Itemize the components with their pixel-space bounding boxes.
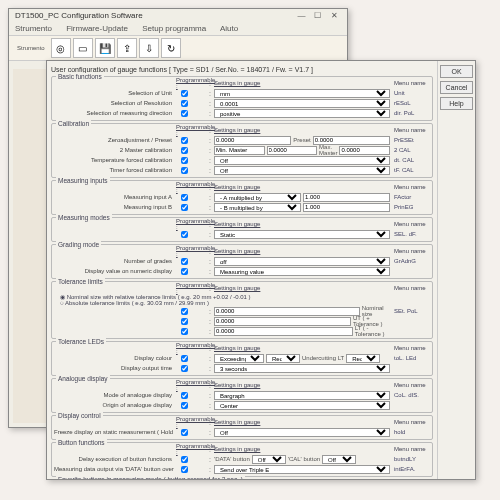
row: Display colour:Exceeding UTRedUndercutti…	[54, 353, 430, 363]
row-label: Delay execution of button functions	[54, 456, 174, 462]
value-select[interactable]: Off	[214, 156, 390, 165]
window-controls: — ☐ ✕	[295, 11, 341, 20]
row: Display output time:3 seconds	[54, 363, 430, 373]
group-label: Tolerance LEDs	[56, 338, 106, 345]
tool-upload-icon[interactable]: ⇪	[117, 38, 137, 58]
menu-name: PrinEG	[392, 204, 430, 210]
value-select[interactable]: Off	[214, 428, 390, 437]
minimize-icon[interactable]: —	[295, 11, 309, 20]
tool-open-icon[interactable]: ▭	[73, 38, 93, 58]
cancel-button[interactable]: Cancel	[440, 81, 473, 94]
menu-name: SEt. PoL	[392, 308, 430, 314]
row-label: Selection of Resolution	[54, 100, 174, 106]
row-control: LT ( - Tolerance )	[214, 325, 390, 337]
menu-name: Unit	[392, 90, 430, 96]
extra-input[interactable]	[303, 203, 390, 212]
menu-firmware[interactable]: Firmware-Update	[66, 24, 128, 33]
tol-opt-relative[interactable]: ◉ Nominal size with relative tolerance l…	[54, 293, 430, 300]
programmable-checkbox[interactable]	[176, 325, 206, 338]
row-label: Mode of analogue display	[54, 392, 174, 398]
group-label: Tolerance limits	[56, 278, 105, 285]
row: Mode of analogue display:BargraphCoL. dI…	[54, 390, 430, 400]
menu-name: PrESEt	[392, 137, 430, 143]
select-col2[interactable]: Red	[346, 354, 380, 363]
row-control: Max. Master	[214, 144, 390, 156]
close-icon[interactable]: ✕	[327, 11, 341, 20]
col-settings: Settings in gauge	[214, 184, 390, 190]
programmable-checkbox[interactable]	[176, 265, 206, 278]
menu-name: 2 CAL	[392, 147, 430, 153]
value-select[interactable]: Static	[214, 230, 390, 239]
value-select[interactable]: Bargraph	[214, 391, 390, 400]
group-modes: Measuring modesProgrammable ::Settings i…	[51, 217, 433, 242]
group-label: Measuring modes	[56, 214, 112, 221]
col-settings: Settings in gauge	[214, 382, 390, 388]
select-a[interactable]: Off	[252, 455, 286, 464]
value-select[interactable]: 3 seconds	[214, 364, 390, 373]
value-input-2[interactable]	[267, 146, 318, 155]
row-control: Bargraph	[214, 391, 390, 400]
row: Delay execution of button functions:'DAT…	[54, 454, 430, 464]
extra-input[interactable]	[339, 146, 390, 155]
row-control: Send over Triple E	[214, 465, 390, 474]
ok-button[interactable]: OK	[440, 65, 473, 78]
row-label: Display value on numeric display	[54, 268, 174, 274]
menu-setup[interactable]: Setup programma	[142, 24, 206, 33]
programmable-checkbox[interactable]	[176, 228, 206, 241]
tool-save-icon[interactable]: 💾	[95, 38, 115, 58]
row-label: Origin of analogue display	[54, 402, 174, 408]
programmable-checkbox[interactable]	[176, 201, 206, 214]
programmable-checkbox[interactable]	[176, 463, 206, 476]
value-select[interactable]: Send over Triple E	[214, 465, 390, 474]
group-label: Favorite buttons in measuring mode ( but…	[56, 476, 245, 479]
menu-name: dir. PoL	[392, 110, 430, 116]
programmable-checkbox[interactable]	[176, 399, 206, 412]
programmable-checkbox[interactable]	[176, 107, 206, 120]
row: Measuring input A:- A multiplied byFActo…	[54, 192, 430, 202]
row-label: Timer forced calibration	[54, 167, 174, 173]
value-select[interactable]: off	[214, 257, 390, 266]
group-dctrl: Display controlProgrammable ::Settings i…	[51, 415, 433, 440]
menu-name: SEL. dF.	[392, 231, 430, 237]
help-button[interactable]: Help	[440, 97, 473, 110]
group-grading: Grading modeProgrammable ::Settings in g…	[51, 244, 433, 279]
maximize-icon[interactable]: ☐	[311, 11, 325, 20]
value-select[interactable]: - B multiplied by	[214, 203, 301, 212]
value-select[interactable]: Center	[214, 401, 390, 410]
value-select[interactable]: 0.0001	[214, 99, 390, 108]
group-btnfn: Button functionsProgrammable ::Settings …	[51, 442, 433, 477]
toolbar-tab-label[interactable]: Strumento	[13, 45, 49, 51]
row: Measuring input B:- B multiplied byPrinE…	[54, 202, 430, 212]
select-col1[interactable]: Red	[266, 354, 300, 363]
row: Number of grades:offGrAdnG	[54, 256, 430, 266]
value-input[interactable]	[214, 146, 265, 155]
value-select[interactable]: Measuring value	[214, 267, 390, 276]
menu-name: intErFA.	[392, 466, 430, 472]
programmable-checkbox[interactable]	[176, 164, 206, 177]
menu-aiuto[interactable]: Aiuto	[220, 24, 238, 33]
value-select[interactable]: mm	[214, 89, 390, 98]
col-menu: Menu name	[392, 248, 430, 254]
value-input[interactable]	[214, 327, 353, 336]
select-b[interactable]: Off	[322, 455, 356, 464]
group-label: Measuring inputs	[56, 177, 110, 184]
row: Display value on numeric display:Measuri…	[54, 266, 430, 276]
tool-refresh-icon[interactable]: ↻	[161, 38, 181, 58]
value-select[interactable]: Off	[214, 166, 390, 175]
tool-target-icon[interactable]: ◎	[51, 38, 71, 58]
main-menubar: Strumento Firmware-Update Setup programm…	[9, 22, 347, 35]
row: Temperature forced calibration:Offdt. CA…	[54, 155, 430, 165]
menu-name: FActor	[392, 194, 430, 200]
value-select[interactable]: - A multiplied by	[214, 193, 301, 202]
programmable-checkbox[interactable]	[176, 362, 206, 375]
menu-strumento[interactable]: Strumento	[15, 24, 52, 33]
tool-download-icon[interactable]: ⇩	[139, 38, 159, 58]
col-menu: Menu name	[392, 285, 430, 291]
select-exceed[interactable]: Exceeding UT	[214, 354, 264, 363]
dialog-side-buttons: OK Cancel Help	[437, 61, 475, 479]
col-menu: Menu name	[392, 221, 430, 227]
extra-input[interactable]	[303, 193, 390, 202]
programmable-checkbox[interactable]	[176, 426, 206, 439]
row: :LT ( - Tolerance )	[54, 326, 430, 336]
value-select[interactable]: positive	[214, 109, 390, 118]
